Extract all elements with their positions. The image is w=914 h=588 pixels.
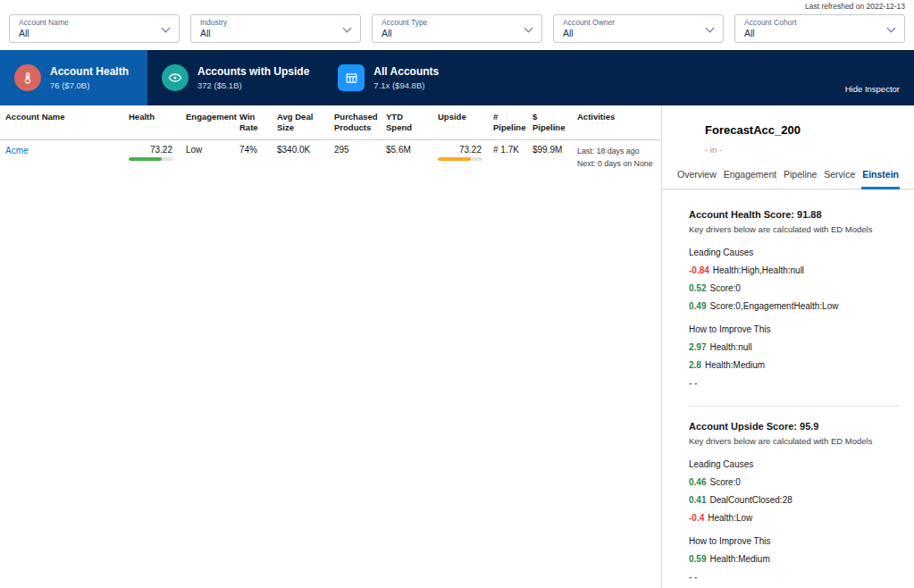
dollar-pipeline-cell: $99.9M0% ~ [527,139,572,588]
top-strip: Last refreshed on 2022-12-13 [0,0,914,13]
ytd-spend-cell: $5.6M0% ~ [381,139,432,588]
filter-label: Account Type [382,18,520,27]
col-avg-deal-size: Avg Deal Size [272,105,329,139]
kpi-title: Account Health [50,65,129,79]
accounts-table-wrap: Account Name Health Engagement Win Rate … [0,105,662,588]
score-heading: Account Upside Score: 95.9 [689,421,900,432]
driver-value: 0.59 [689,554,706,564]
items: -0.84Health:High,Health:null 0.52Score:0… [689,265,900,311]
health-bar [129,157,173,161]
chevron-down-icon [706,24,715,33]
chevron-down-icon [887,24,896,33]
score-subheading: Key drivers below are calculated with ED… [689,224,900,234]
filter-label: Account Cohort [744,18,883,27]
group-title: Leading Causes [689,459,900,469]
tab-engagement[interactable]: Engagement [723,165,778,189]
driver-value: 2.97 [689,342,706,352]
win-rate-cell: 74%0% ~ [234,139,272,588]
chevron-down-icon [524,24,533,33]
inspector-title: ForecastAcc_200 [705,123,900,137]
col-activities: Activities [572,105,661,139]
filter-value: All [744,28,883,38]
col-dollar-pipeline: $ Pipeline [527,105,572,139]
driver-group: Leading Causes -0.84Health:High,Health:n… [689,248,900,311]
col-num-pipeline: # Pipeline [488,105,527,139]
col-account-name: Account Name [0,105,123,139]
driver-label: Score:0 [709,477,740,487]
driver-value: 0.49 [689,301,706,311]
driver-value: 0.46 [689,477,706,487]
driver-value: -0.84 [689,265,709,275]
groups: Leading Causes -0.84Health:High,Health:n… [689,248,900,388]
groups: Leading Causes 0.46Score:0 0.41DealCount… [689,459,900,588]
driver-label: Health:Medium [709,554,769,564]
driver-label: Score:0,EngagementHealth:Low [709,301,838,311]
driver-item: 0.49Score:0,EngagementHealth:Low [689,301,900,311]
main-area: Account Name Health Engagement Win Rate … [0,105,914,588]
group-title: Leading Causes [689,248,900,257]
upside-score: 73.22 [438,145,482,161]
account-link[interactable]: Acme [5,145,29,155]
avg-deal-size-cell: $340.0K0% ~ [272,139,329,588]
driver-value: 2.8 [689,360,701,370]
hide-inspector-button[interactable]: Hide Inspector [845,84,900,94]
driver-label: Score:0 [709,283,740,293]
accounts-tbody: Acme 73.22 Low18% engaged 74%0% ~ $340.0… [0,139,661,588]
group-title: How to Improve This [689,324,900,334]
filter-label: Account Owner [563,18,701,27]
group-title: How to Improve This [689,536,900,546]
tab-overview[interactable]: Overview [676,165,717,189]
inspector-subtitle: - in - [705,145,900,155]
driver-value: -0.4 [689,513,704,523]
filter-industry[interactable]: Industry All [190,14,361,43]
upside-bar [438,157,482,161]
kpi-value: 372 ($5.1B) [197,80,309,90]
col-win-rate: Win Rate [234,105,272,139]
tab-einstein[interactable]: Einstein [861,165,900,189]
inspector-section: Account Upside Score: 95.9 Key drivers b… [689,406,900,588]
kpi-card-account-health[interactable]: Account Health 76 ($7.0B) [0,50,147,105]
filter-value: All [200,28,339,38]
col-upside: Upside [432,105,488,139]
inspector-tabs: Overview Engagement Pipeline Service Ein… [662,155,914,189]
tab-pipeline[interactable]: Pipeline [783,165,818,189]
tab-service[interactable]: Service [823,165,856,189]
driver-value: - - [689,572,697,582]
filter-value: All [19,28,157,38]
table-header-row: Account Name Health Engagement Win Rate … [0,105,661,139]
driver-group: How to Improve This 2.97Health:null 2.8H… [689,324,900,388]
col-engagement: Engagement [180,105,234,139]
driver-group: How to Improve This 0.59Health:Medium - … [689,536,900,588]
driver-item: - - [689,378,900,388]
num-pipeline-cell: # 1.7K0% ~ [488,139,527,588]
driver-item: 0.41DealCountClosed:28 [689,495,900,505]
driver-item: -0.84Health:High,Health:null [689,265,900,275]
driver-item: 0.52Score:0 [689,283,900,293]
inspector-sections: Account Health Score: 91.88 Key drivers … [662,189,914,588]
filter-label: Industry [200,18,339,27]
chevron-down-icon [162,24,171,33]
kpi-card-accounts-with-upside[interactable]: Accounts with Upside 372 ($5.1B) [147,50,323,105]
driver-value: 0.41 [689,495,706,505]
driver-label: Health:null [709,342,751,352]
driver-item: 2.8Health:Medium [689,360,900,370]
filter-account-owner[interactable]: Account Owner All [553,14,724,43]
driver-label: Health:High,Health:null [713,265,804,275]
activity-last: Last: 18 days ago [577,145,656,157]
driver-item: 0.59Health:Medium [689,554,900,564]
driver-label: Health:Low [708,513,752,523]
filter-account-name[interactable]: Account Name All [9,14,180,43]
filter-value: All [382,28,520,38]
driver-value: 0.52 [689,283,706,293]
filter-account-cohort[interactable]: Account Cohort All [734,14,905,43]
thermometer-icon [14,64,41,91]
score-subheading: Key drivers below are calculated with ED… [689,436,900,446]
table-row[interactable]: Acme 73.22 Low18% engaged 74%0% ~ $340.0… [0,139,661,588]
kpi-header: Account Health 76 ($7.0B) Accounts with … [0,50,914,105]
activity-next: Next: 0 days on None [577,157,656,170]
driver-item: 0.46Score:0 [689,477,900,487]
last-refreshed-label: Last refreshed on 2022-12-13 [805,2,905,11]
items: 0.46Score:0 0.41DealCountClosed:28 -0.4H… [689,477,900,523]
kpi-card-all-accounts[interactable]: All Accounts 7.1x ($94.8B) [323,50,471,105]
filter-account-type[interactable]: Account Type All [372,14,542,43]
